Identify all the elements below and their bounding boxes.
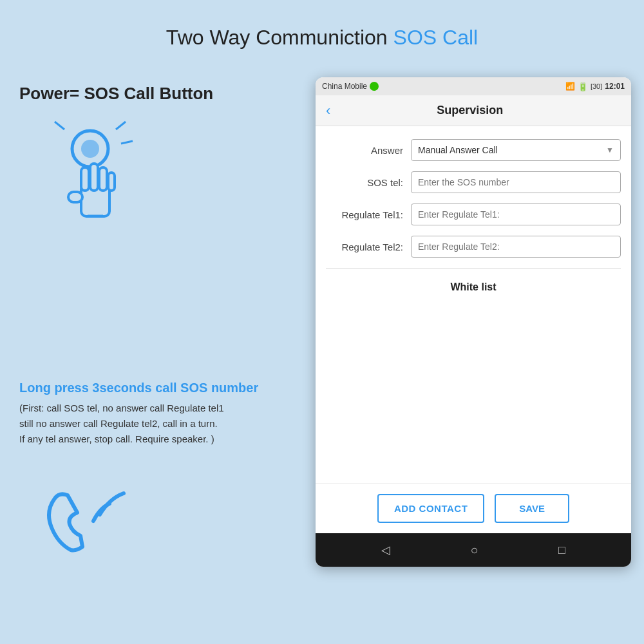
form-content: Answer Manual Answer Call ▼ SOS tel: Reg…	[316, 126, 631, 483]
android-home-icon[interactable]: ○	[471, 543, 478, 558]
hand-icon-area	[19, 110, 161, 239]
svg-rect-3	[68, 192, 82, 202]
android-recent-icon[interactable]: □	[558, 544, 565, 557]
regulate-tel2-input[interactable]	[411, 236, 621, 258]
answer-value: Manual Answer Call	[418, 145, 498, 155]
svg-rect-5	[90, 164, 98, 191]
white-list-section: White list	[326, 275, 621, 306]
phone-mockup: China Mobile 📶 🔋 [30] 12:01 ‹ Supervisio…	[316, 77, 631, 567]
svg-line-10	[121, 141, 133, 144]
status-bar: China Mobile 📶 🔋 [30] 12:01	[316, 77, 631, 95]
answer-row: Answer Manual Answer Call ▼	[326, 139, 621, 161]
svg-rect-7	[108, 173, 115, 191]
dropdown-arrow-icon: ▼	[606, 146, 614, 155]
title-prefix: Two Way Communiction	[166, 26, 393, 49]
back-button[interactable]: ‹	[326, 102, 330, 119]
answer-label: Answer	[326, 145, 403, 156]
phone-icon-area	[19, 466, 161, 569]
svg-rect-4	[81, 167, 89, 191]
carrier-name: China Mobile	[322, 82, 367, 91]
signal-icon: 📶	[565, 82, 575, 91]
battery-level: [30]	[591, 82, 602, 90]
wechat-icon	[370, 82, 379, 91]
wifi-icon: 🔋	[578, 82, 588, 91]
add-contact-button[interactable]: ADD CONTACT	[377, 494, 484, 523]
status-bar-right: 📶 🔋 [30] 12:01	[565, 82, 625, 91]
regulate-tel2-row: Regulate Tel2:	[326, 236, 621, 258]
long-press-label: Long press 3seconds call SOS number	[19, 381, 290, 395]
android-back-icon[interactable]: ◁	[381, 543, 390, 557]
svg-point-1	[81, 140, 99, 158]
answer-dropdown[interactable]: Manual Answer Call ▼	[411, 139, 621, 161]
page-title: Two Way Communiction SOS Call	[0, 0, 644, 50]
sos-tel-input[interactable]	[411, 171, 621, 193]
sos-tel-label: SOS tel:	[326, 177, 403, 188]
nav-bar: ‹ Supervision	[316, 95, 631, 126]
power-label: Power= SOS Call Button	[19, 84, 290, 104]
divider-1	[326, 268, 621, 269]
regulate-tel1-input[interactable]	[411, 204, 621, 225]
android-nav-bar: ◁ ○ □	[316, 533, 631, 567]
description-text: (First: call SOS tel, no answer call Reg…	[19, 401, 290, 447]
svg-line-9	[116, 122, 126, 129]
time-display: 12:01	[605, 82, 625, 91]
regulate-tel1-row: Regulate Tel1:	[326, 204, 621, 225]
phone-call-icon	[32, 466, 148, 569]
save-button[interactable]: SAVE	[495, 494, 569, 523]
svg-rect-6	[99, 167, 107, 191]
svg-line-11	[55, 122, 64, 129]
sos-tel-row: SOS tel:	[326, 171, 621, 193]
hand-press-icon	[26, 110, 155, 239]
white-list-title: White list	[326, 281, 621, 293]
left-section: Power= SOS Call Button	[19, 84, 290, 569]
bottom-buttons: ADD CONTACT SAVE	[316, 483, 631, 533]
status-bar-left: China Mobile	[322, 82, 379, 91]
screen-title: Supervision	[338, 104, 601, 117]
regulate-tel2-label: Regulate Tel2:	[326, 242, 403, 252]
title-highlight: SOS Call	[393, 26, 478, 49]
regulate-tel1-label: Regulate Tel1:	[326, 209, 403, 220]
